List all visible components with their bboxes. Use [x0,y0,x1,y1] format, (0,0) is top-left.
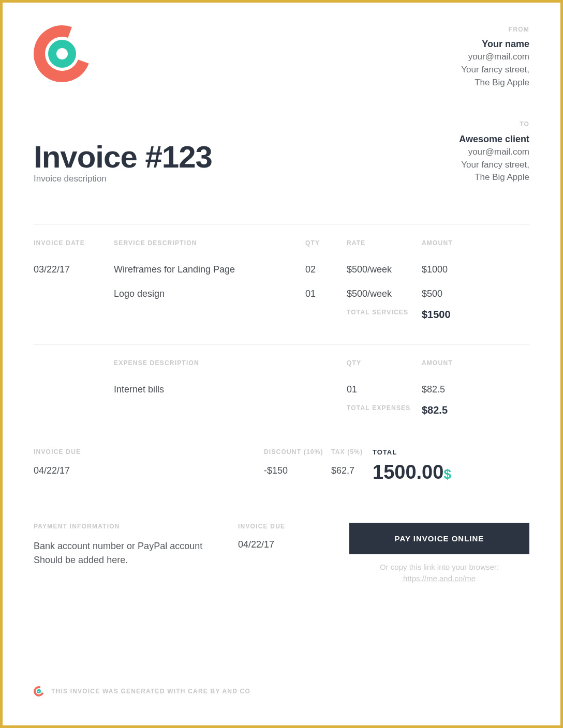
to-email: your@mail.com [459,146,529,159]
total-currency: $ [443,466,451,482]
payment-due-label: INVOICE DUE [238,523,349,530]
from-name: Your name [461,37,529,51]
payment-due: 04/22/17 [238,539,349,550]
expense-desc: Internet bills [114,380,305,404]
invoice-due-label: INVOICE DUE [34,448,114,456]
payment-due-block: INVOICE DUE 04/22/17 [238,523,349,550]
payment-info-label: PAYMENT INFORMATION [34,523,238,530]
to-name: Awesome client [459,132,529,146]
service-desc: Logo design [114,284,305,309]
from-city: The Big Apple [461,77,529,89]
service-rate: $500/week [347,284,422,309]
services-subtotal-label: TOTAL SERVICES [347,309,422,321]
to-block: TO Awesome client your@mail.com Your fan… [459,120,529,184]
invoice-date: 03/22/17 [34,260,114,284]
amount-header: AMOUNT [422,239,529,247]
invoice-title: Invoice #123 [34,139,212,175]
payment-info-line1: Bank account number or PayPal account [34,539,238,553]
footer: THIS INVOICE WAS GENERATED WITH CARE BY … [34,686,250,696]
tax-amount: $62,7 [331,456,373,483]
services-subtotal: $1500 [422,309,529,321]
expense-amount: $82.5 [422,380,529,404]
rate-header: RATE [347,239,422,247]
copy-link-hint: Or copy this link into your browser: htt… [349,562,529,585]
expense-qty-header: QTY [347,359,422,367]
service-amount: $1000 [422,260,529,284]
from-label: FROM [461,25,529,34]
qty-header: QTY [305,239,347,247]
service-desc: Wireframes for Landing Page [114,260,305,284]
service-qty: 02 [305,260,347,284]
payment-info-line2: Should be added here. [34,553,238,567]
service-qty: 01 [305,284,347,309]
discount-label: DISCOUNT (10%) [264,448,331,456]
discount-amount: -$150 [264,456,331,483]
service-desc-header: SERVICE DESCRIPTION [114,239,305,247]
expenses-subtotal: $82.5 [422,404,529,416]
expenses-subtotal-label: TOTAL EXPENSES [347,404,422,416]
expense-qty: 01 [347,380,422,404]
payment-action-block: PAY INVOICE ONLINE Or copy this link int… [349,523,529,585]
invoice-due: 04/22/17 [34,456,114,483]
total-label: TOTAL [373,448,529,456]
expense-amount-header: AMOUNT [422,359,529,367]
expense-desc-header: EXPENSE DESCRIPTION [114,359,305,367]
pay-invoice-button[interactable]: PAY INVOICE ONLINE [349,523,529,554]
from-street: Your fancy street, [461,64,529,77]
invoice-heading: Invoice #123 Invoice description [34,139,212,184]
tax-label: TAX (5%) [331,448,373,456]
to-city: The Big Apple [459,171,529,184]
copy-link[interactable]: https://me.and.co/me [403,574,476,583]
to-label: TO [459,120,529,129]
service-amount: $500 [422,284,529,309]
copy-link-prefix: Or copy this link into your browser: [380,563,499,571]
footer-logo-icon [34,686,44,696]
to-street: Your fancy street, [459,159,529,172]
total-amount: 1500.00 [373,461,443,483]
invoice-date-label: INVOICE DATE [34,239,114,247]
service-rate: $500/week [347,260,422,284]
from-block: FROM Your name your@mail.com Your fancy … [461,25,529,89]
payment-info-block: PAYMENT INFORMATION Bank account number … [34,523,238,567]
invoice-subtitle: Invoice description [34,174,212,184]
footer-text: THIS INVOICE WAS GENERATED WITH CARE BY … [51,688,250,695]
logo-center-icon [48,40,76,68]
total-amount-wrap: 1500.00$ [373,456,529,483]
brand-logo [34,25,91,82]
from-email: your@mail.com [461,51,529,64]
